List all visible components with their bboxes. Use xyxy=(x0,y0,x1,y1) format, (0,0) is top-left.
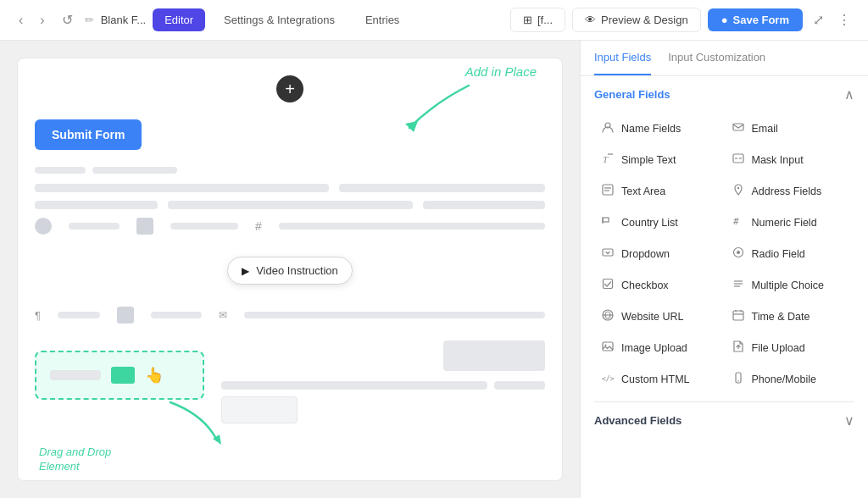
time-date-icon xyxy=(732,309,745,324)
field-name-label: [f... xyxy=(537,14,553,26)
field-item-country-list[interactable]: Country List xyxy=(594,207,725,238)
multiple-choice-label: Multiple Choice xyxy=(752,279,824,291)
tab-settings[interactable]: Settings & Integrations xyxy=(212,8,347,31)
skeleton-input-right xyxy=(221,396,298,423)
expand-icon[interactable]: ⤢ xyxy=(810,8,827,31)
field-item-phone-mobile[interactable]: Phone/Mobile xyxy=(725,363,855,395)
preview-design-button[interactable]: 👁 Preview & Design xyxy=(572,8,701,32)
location-icon xyxy=(136,218,153,235)
line-5 xyxy=(151,312,202,318)
field-item-file-upload[interactable]: File Upload xyxy=(725,332,855,363)
field-item-mask-input[interactable]: Mask Input xyxy=(725,144,855,175)
field-icon: ⊞ xyxy=(523,14,532,26)
field-item-custom-html[interactable]: </> Custom HTML xyxy=(594,363,725,395)
field-item-image-upload[interactable]: Image Upload xyxy=(594,332,725,363)
field-item-name-fields[interactable]: Name Fields xyxy=(594,113,725,144)
main-layout: + Add in Place Submit Form xyxy=(0,41,868,498)
email-label: Email xyxy=(752,123,778,135)
name-fields-icon xyxy=(601,121,615,136)
save-icon: ● xyxy=(721,14,728,26)
indicator-2 xyxy=(92,167,177,174)
file-upload-icon xyxy=(732,340,745,355)
collapse-general-button[interactable]: ∧ xyxy=(844,86,854,102)
skeleton-block-2 xyxy=(339,184,545,192)
dropdown-icon xyxy=(601,246,615,261)
general-fields-header: General Fields ∧ xyxy=(594,86,854,102)
svg-point-29 xyxy=(605,345,607,346)
field-item-multiple-choice[interactable]: Multiple Choice xyxy=(725,269,855,301)
field-item-website-url[interactable]: Website URL xyxy=(594,301,725,332)
field-item-radio-field[interactable]: Radio Field xyxy=(725,238,855,269)
field-item-checkbox[interactable]: Checkbox xyxy=(594,269,725,301)
skeleton-right-1 xyxy=(443,340,545,371)
mask-input-label: Mask Input xyxy=(752,154,804,166)
line-4 xyxy=(58,312,100,318)
line-6 xyxy=(244,312,545,318)
topbar-right: ⊞ [f... 👁 Preview & Design ● Save Form ⤢… xyxy=(510,8,854,32)
website-url-icon xyxy=(601,309,615,324)
field-item-text-area[interactable]: Text Area xyxy=(594,175,725,207)
text-area-icon xyxy=(601,184,615,198)
person-icon xyxy=(35,218,52,235)
field-item-email[interactable]: Email xyxy=(725,113,855,144)
tab-input-customization[interactable]: Input Customization xyxy=(668,41,765,75)
back-button[interactable]: ‹ xyxy=(14,9,28,31)
simple-text-label: Simple Text xyxy=(621,154,676,166)
fields-grid: Name Fields Email T Simple Text Mask Inp… xyxy=(594,113,854,395)
tab-entries[interactable]: Entries xyxy=(353,8,411,31)
field-item-dropdown[interactable]: Dropdown xyxy=(594,238,725,269)
video-instruction-button[interactable]: ▶ Video Instruction xyxy=(227,257,353,285)
skeleton-indicators xyxy=(35,167,545,174)
sidebar-content: General Fields ∧ Name Fields Email T Sim… xyxy=(581,76,868,498)
save-form-button[interactable]: ● Save Form xyxy=(708,8,803,31)
field-item-address-fields[interactable]: Address Fields xyxy=(725,175,855,207)
save-label: Save Form xyxy=(733,14,789,26)
multiple-choice-icon xyxy=(732,278,745,292)
refresh-button[interactable]: ↺ xyxy=(57,8,78,31)
tab-input-fields[interactable]: Input Fields xyxy=(594,41,651,75)
phone-mobile-label: Phone/Mobile xyxy=(752,374,816,385)
svg-rect-9 xyxy=(603,185,613,195)
eye-icon: 👁 xyxy=(585,14,596,26)
tab-editor[interactable]: Editor xyxy=(153,8,205,31)
time-date-label: Time & Date xyxy=(752,311,810,323)
skeleton-right-2 xyxy=(221,381,487,390)
topbar: ‹ › ↺ ✏ Blank F... Editor Settings & Int… xyxy=(0,0,868,41)
field-name-button[interactable]: ⊞ [f... xyxy=(510,8,565,32)
simple-text-icon: T xyxy=(601,152,615,167)
drag-drop-zone[interactable]: 👆 xyxy=(35,351,204,400)
forward-button[interactable]: › xyxy=(35,9,49,31)
skeleton-row-right xyxy=(221,381,545,390)
image-upload-icon xyxy=(601,340,615,355)
expand-advanced-button[interactable]: ∨ xyxy=(844,412,854,429)
add-in-place-label: Add in Place xyxy=(465,64,537,79)
image-icon xyxy=(117,307,134,324)
add-field-button[interactable]: + xyxy=(276,75,303,102)
file-name: Blank F... xyxy=(101,14,146,26)
skeleton-row-1 xyxy=(35,184,545,192)
email-icon: ✉ xyxy=(219,309,227,321)
field-item-time-date[interactable]: Time & Date xyxy=(725,301,855,332)
more-options-icon[interactable]: ⋮ xyxy=(834,8,854,31)
svg-marker-0 xyxy=(405,121,418,132)
svg-rect-28 xyxy=(603,342,613,351)
field-item-simple-text[interactable]: T Simple Text xyxy=(594,144,725,175)
svg-rect-16 xyxy=(603,249,613,256)
country-list-label: Country List xyxy=(621,217,678,229)
svg-point-12 xyxy=(737,187,738,189)
icon-row-2: ¶ ✉ xyxy=(35,307,545,324)
country-list-icon xyxy=(601,215,615,230)
field-item-numeric-field[interactable]: # Numeric Field xyxy=(725,207,855,238)
svg-rect-6 xyxy=(733,154,743,163)
drag-green-block xyxy=(111,367,135,384)
checkbox-icon xyxy=(601,278,615,292)
drag-element-bar xyxy=(50,370,101,380)
hash-icon: # xyxy=(255,219,262,233)
video-instruction-label: Video Instruction xyxy=(256,264,338,277)
svg-text:#: # xyxy=(733,216,739,227)
submit-form-button[interactable]: Submit Form xyxy=(35,119,142,150)
skeleton-right-3 xyxy=(494,381,545,390)
image-upload-label: Image Upload xyxy=(621,342,687,354)
line-1 xyxy=(69,223,120,230)
svg-rect-13 xyxy=(603,218,609,222)
